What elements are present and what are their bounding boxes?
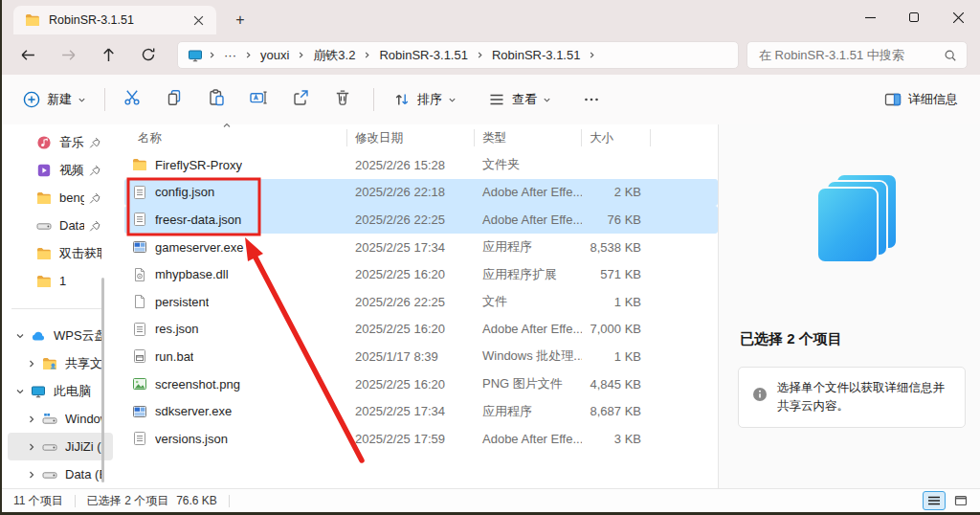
file-row-FireflySR-Proxy[interactable]: FireflySR-Proxy2025/2/26 15:28文件夹 <box>124 151 718 179</box>
file-explorer-window: RobinSR-3.1.51 + <box>2 0 980 512</box>
breadcrumb-segment[interactable]: 崩铁3.2 <box>306 45 362 66</box>
dll-file-icon <box>132 267 147 282</box>
tab-close-icon[interactable] <box>188 10 209 31</box>
file-size: 76 KB <box>582 213 651 227</box>
file-name-cell: res.json <box>124 322 347 337</box>
more-options-button[interactable] <box>573 84 610 115</box>
column-headers: 名称 修改日期 类型 大小 <box>124 124 718 151</box>
paste-button[interactable] <box>207 88 226 111</box>
video-icon <box>36 163 52 178</box>
breadcrumb-segment[interactable]: RobinSR-3.1.51 <box>485 46 588 64</box>
column-header-date[interactable]: 修改日期 <box>347 129 475 146</box>
file-row-run.bat[interactable]: run.bat2025/1/17 8:39Windows 批处理...1 KB <box>124 343 718 370</box>
chevron-down-icon[interactable] <box>13 331 27 341</box>
sidebar-item-音乐[interactable]: 音乐 <box>8 128 113 156</box>
details-view-button[interactable] <box>923 491 946 510</box>
new-tab-button[interactable]: + <box>228 8 253 33</box>
sidebar-item-Data (E[interactable]: Data (E <box>8 460 113 488</box>
share-icon <box>291 88 310 107</box>
file-row-persistent[interactable]: persistent2025/2/26 22:25文件1 KB <box>124 288 718 316</box>
new-button[interactable]: 新建 <box>13 84 95 115</box>
chevron-right-icon[interactable] <box>25 414 38 424</box>
file-size: 8,538 KB <box>582 240 651 255</box>
details-pane: 已选择 2 个项目 选择单个文件以获取详细信息并共享云内容。 <box>718 124 980 489</box>
view-button[interactable]: 查看 <box>479 84 560 115</box>
forward-button[interactable] <box>52 40 84 69</box>
column-header-name[interactable]: 名称 <box>124 129 347 146</box>
sidebar-item-label: Data ( <box>59 218 84 233</box>
shared-folder-icon <box>42 356 57 371</box>
minimize-button[interactable] <box>848 0 892 34</box>
sidebar-item-label: 1 <box>59 274 101 288</box>
file-row-screenshot.png[interactable]: screenshot.png2025/2/25 16:20PNG 图片文件4,8… <box>124 370 718 398</box>
breadcrumb-overflow[interactable]: ··· <box>217 46 243 64</box>
close-button[interactable] <box>936 0 980 34</box>
file-type: Adobe After Effe... <box>475 432 582 446</box>
chevron-down-icon <box>543 96 551 104</box>
refresh-button[interactable] <box>132 40 165 69</box>
chevron-right-icon[interactable] <box>25 359 38 369</box>
explorer-tab[interactable]: RobinSR-3.1.51 <box>13 6 216 34</box>
back-button[interactable] <box>11 40 44 69</box>
breadcrumb[interactable]: ···youxi崩铁3.2RobinSR-3.1.51RobinSR-3.1.5… <box>177 41 739 69</box>
sidebar-item-beng[interactable]: beng <box>8 184 113 212</box>
delete-button[interactable] <box>333 88 352 111</box>
file-row-freesr-data.json[interactable]: freesr-data.json2025/2/26 22:25Adobe Aft… <box>124 206 718 234</box>
column-header-size[interactable]: 大小 <box>582 129 651 146</box>
sidebar-item-双击获取[interactable]: 双击获取 <box>8 239 113 267</box>
sidebar-item-1[interactable]: 1 <box>8 267 113 295</box>
sort-button[interactable]: 排序 <box>384 84 465 115</box>
details-pane-toggle[interactable]: 详细信息 <box>875 84 967 115</box>
chevron-right-icon[interactable] <box>25 470 38 480</box>
file-name: mhypbase.dll <box>155 267 229 281</box>
file-row-versions.json[interactable]: versions.json2025/2/25 17:59Adobe After … <box>124 425 718 453</box>
pin-icon <box>88 164 101 177</box>
computer-icon <box>188 48 203 63</box>
file-name-cell: FireflySR-Proxy <box>124 157 347 172</box>
new-button-label: 新建 <box>47 91 72 108</box>
file-row-mhypbase.dll[interactable]: mhypbase.dll2025/2/25 16:20应用程序扩展571 KB <box>124 260 718 288</box>
search-box[interactable] <box>746 41 968 69</box>
drive-icon <box>36 218 52 234</box>
file-action-buttons <box>122 88 352 111</box>
sidebar-item-WPS云盘[interactable]: WPS云盘 <box>8 322 113 349</box>
up-button[interactable] <box>92 40 124 69</box>
desktop-background: RobinSR-3.1.51 + <box>0 0 980 515</box>
maximize-button[interactable] <box>892 0 936 34</box>
copy-button[interactable] <box>165 88 184 111</box>
breadcrumb-segment[interactable]: youxi <box>254 46 296 64</box>
rename-icon <box>249 88 268 107</box>
json-file-icon <box>132 185 147 200</box>
sidebar-item-共享文件[interactable]: 共享文件 <box>8 349 113 377</box>
share-button[interactable] <box>291 88 310 111</box>
sidebar-item-JiJiZi (D[interactable]: JiJiZi (D <box>8 433 113 460</box>
file-row-sdkserver.exe[interactable]: sdkserver.exe2025/2/25 17:34应用程序8,687 KB <box>124 397 718 425</box>
breadcrumb-segments: ···youxi崩铁3.2RobinSR-3.1.51RobinSR-3.1.5… <box>207 45 597 66</box>
sort-button-label: 排序 <box>417 91 442 108</box>
file-name: versions.json <box>155 432 228 446</box>
breadcrumb-segment[interactable]: RobinSR-3.1.51 <box>372 46 475 64</box>
file-name-cell: gameserver.exe <box>124 239 347 255</box>
sidebar-item-Data ([interactable]: Data ( <box>8 212 113 239</box>
search-input[interactable] <box>757 47 944 63</box>
file-name-cell: sdkserver.exe <box>124 404 347 419</box>
sidebar-item-视频[interactable]: 视频 <box>8 156 113 184</box>
pin-icon <box>88 191 101 205</box>
file-type: 文件 <box>475 293 582 310</box>
file-row-gameserver.exe[interactable]: gameserver.exe2025/2/25 17:34应用程序8,538 K… <box>124 234 718 261</box>
sidebar-item-此电脑[interactable]: 此电脑 <box>8 377 113 405</box>
thumbnail-view-button[interactable] <box>949 491 972 510</box>
cut-button[interactable] <box>122 88 142 111</box>
file-row-res.json[interactable]: res.json2025/2/25 16:20Adobe After Effe.… <box>124 316 718 344</box>
sidebar-item-Window[interactable]: Window <box>8 405 113 433</box>
windows-drive-icon <box>42 412 57 427</box>
column-header-type[interactable]: 类型 <box>475 129 582 146</box>
chevron-right-icon[interactable] <box>25 442 38 452</box>
paste-icon <box>207 88 226 107</box>
info-card: 选择单个文件以获取详细信息并共享云内容。 <box>738 367 966 428</box>
chevron-down-icon[interactable] <box>13 387 27 396</box>
file-date: 2025/2/25 17:59 <box>347 432 475 446</box>
rename-button[interactable] <box>249 88 268 111</box>
file-row-config.json[interactable]: config.json2025/2/26 22:18Adobe After Ef… <box>124 179 718 207</box>
sidebar-scrollbar[interactable] <box>101 278 104 482</box>
